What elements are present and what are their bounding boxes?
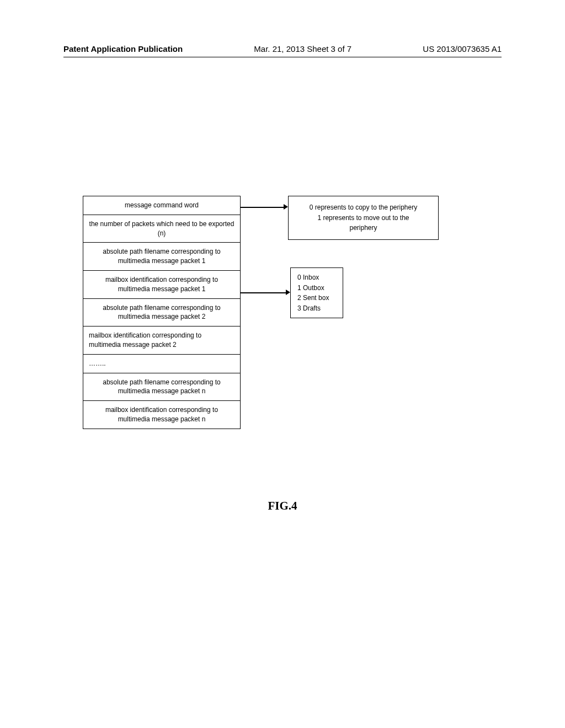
table-row-mailbox-n: mailbox identification corresponding to … [83, 401, 240, 429]
packet-structure-table: message command word the number of packe… [83, 196, 241, 429]
arrow-head-icon [284, 204, 288, 210]
table-row-mailbox-1: mailbox identification corresponding to … [83, 271, 240, 299]
legend-sentbox: 2 Sent box [297, 293, 336, 303]
header-publication: Patent Application Publication [63, 44, 183, 53]
figure-label: FIG.4 [0, 499, 565, 513]
table-row-command-word: message command word [83, 196, 240, 215]
arrow-head-icon [286, 290, 290, 295]
mailbox-id-legend: 0 Inbox 1 Outbox 2 Sent box 3 Drafts [290, 267, 343, 318]
table-row-mailbox-2: mailbox identification corresponding to … [83, 326, 240, 355]
legend-inbox: 0 Inbox [297, 272, 336, 283]
legend-line-2: 1 represents to move out to the [294, 213, 433, 223]
header-date-sheet: Mar. 21, 2013 Sheet 3 of 7 [254, 44, 351, 53]
table-row-path-2: absolute path filename corresponding to … [83, 299, 240, 327]
table-row-path-n: absolute path filename corresponding to … [83, 373, 240, 402]
legend-outbox: 1 Outbox [297, 283, 336, 293]
table-row-packet-count: the number of packets which need to be e… [83, 215, 240, 243]
page-header: Patent Application Publication Mar. 21, … [63, 44, 502, 57]
legend-drafts: 3 Drafts [297, 303, 336, 314]
arrow-mailbox-id [241, 289, 290, 297]
legend-line-1: 0 represents to copy to the periphery [294, 202, 433, 213]
legend-line-3: periphery [294, 223, 433, 233]
diagram-figure-4: message command word the number of packe… [83, 196, 483, 477]
table-row-path-1: absolute path filename corresponding to … [83, 243, 240, 271]
arrow-command-word [241, 204, 288, 211]
table-row-ellipsis: …….. [83, 355, 240, 373]
arrow-line [241, 292, 287, 293]
command-word-legend: 0 represents to copy to the periphery 1 … [288, 196, 439, 240]
header-publication-number: US 2013/0073635 A1 [423, 44, 502, 53]
arrow-line [241, 207, 285, 208]
